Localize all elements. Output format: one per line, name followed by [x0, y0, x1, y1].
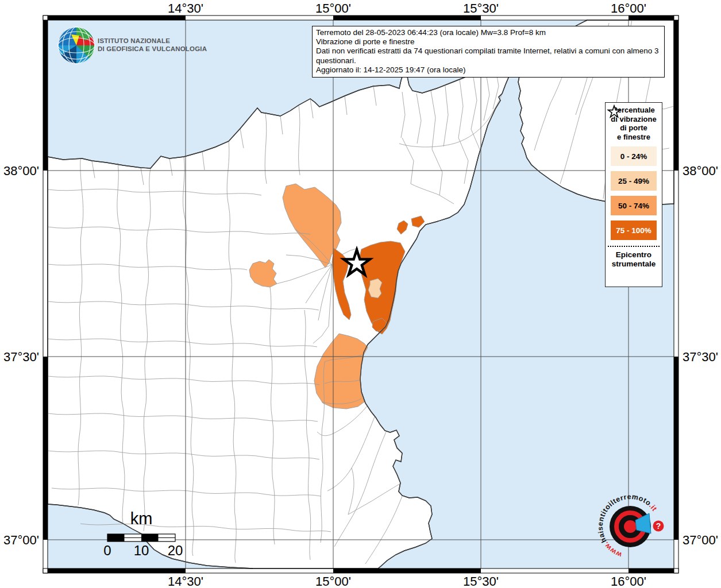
axis-label-lat: 37°30': [683, 350, 718, 365]
map-page: km 0 10 20 ?: [0, 0, 721, 588]
scale-unit-label: km: [130, 509, 153, 528]
axis-label-lon: 16°00': [611, 574, 646, 588]
axis-label-lat: 37°30': [0, 350, 39, 365]
scale-tick-label: 10: [134, 543, 149, 558]
legend-separator: [608, 246, 660, 247]
map-canvas: km 0 10 20 ?: [0, 0, 721, 588]
legend-star-icon: [606, 105, 623, 118]
event-info-box: Terremoto del 28-05-2023 06:44:23 (ora l…: [312, 26, 665, 78]
event-effect: Vibrazione di porte e finestre: [316, 37, 661, 47]
ingv-name-line1: ISTITUTO NAZIONALE: [98, 37, 207, 45]
event-updated-at: Aggiornato il: 14-12-2025 19:47 (ora loc…: [316, 65, 661, 75]
axis-label-lat: 38°00': [0, 164, 39, 179]
legend-swatch-0-24: 0 - 24%: [611, 146, 657, 166]
axis-label-lon: 15°00': [315, 574, 351, 588]
axis-label-lon: 16°00': [611, 1, 646, 16]
axis-label-lon: 14°30': [168, 574, 203, 588]
axis-label-lat: 37°00': [0, 533, 39, 548]
axis-label-lon: 15°30': [463, 574, 499, 588]
legend-swatch-75-100: 75 - 100%: [611, 220, 657, 240]
axis-label-lat: 38°00': [683, 164, 718, 179]
legend: Percentuale di vibrazione di porte e fin…: [605, 102, 662, 287]
scale-tick-label: 20: [168, 543, 183, 558]
ingv-name-line2: DI GEOFISICA E VULCANOLOGIA: [98, 45, 207, 53]
legend-epicenter-label: Epicentro strumentale: [606, 250, 662, 269]
event-data-note: Dati non verificati estratti da 74 quest…: [316, 47, 661, 65]
axis-label-lon: 15°30': [463, 1, 499, 16]
axis-label-lon: 15°00': [315, 1, 351, 16]
event-summary: Terremoto del 28-05-2023 06:44:23 (ora l…: [316, 28, 661, 37]
municipality-25-49: [368, 278, 382, 298]
scale-tick-label: 0: [103, 543, 111, 558]
legend-swatch-25-49: 25 - 49%: [611, 171, 657, 191]
hsit-question-mark: ?: [656, 521, 661, 531]
ingv-wordmark: ISTITUTO NAZIONALE DI GEOFISICA E VULCAN…: [98, 37, 207, 53]
axis-label-lon: 14°30': [168, 1, 203, 16]
legend-swatch-50-74: 50 - 74%: [611, 196, 657, 215]
ingv-logo-icon: [58, 27, 95, 64]
axis-label-lat: 37°00': [683, 533, 718, 548]
